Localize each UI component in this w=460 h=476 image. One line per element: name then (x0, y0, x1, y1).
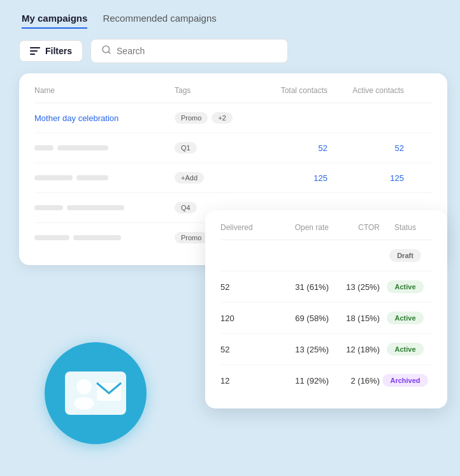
tags-cell: +Add (175, 172, 251, 184)
panel-row: Draft (220, 240, 432, 271)
table-row: Mother day celebration Promo +2 (34, 103, 432, 133)
status-cell: Active (380, 343, 431, 356)
tabs-container: My campaigns Recommended campaigns (19, 13, 447, 29)
add-tag[interactable]: +Add (175, 172, 204, 184)
skeleton-name (34, 235, 175, 240)
col-delivered: Delivered (220, 223, 271, 232)
col-total-contacts: Total contacts (251, 86, 327, 95)
skeleton-name (34, 145, 175, 150)
active-contacts-cell: 52 (327, 143, 404, 153)
search-input[interactable] (117, 46, 277, 56)
open-rate-cell: 69 (58%) (271, 314, 329, 323)
table-header: Name Tags Total contacts Active contacts (34, 86, 432, 103)
delivered-cell: 52 (220, 345, 271, 354)
open-rate-cell: 31 (61%) (271, 282, 329, 292)
table-row: Q1 52 52 (34, 133, 432, 163)
panel-row: 52 31 (61%) 13 (25%) Active (220, 271, 432, 303)
delivered-cell: 12 (220, 376, 271, 386)
svg-point-3 (76, 379, 92, 394)
status-badge: Active (387, 280, 423, 293)
tab-recommended-campaigns[interactable]: Recommended campaigns (103, 13, 216, 29)
panel-row: 120 69 (58%) 18 (15%) Active (220, 303, 432, 334)
ctor-cell: 13 (25%) (329, 282, 380, 292)
tab-my-campaigns[interactable]: My campaigns (22, 13, 87, 29)
open-rate-cell: 11 (92%) (271, 376, 329, 386)
open-rate-cell: 13 (25%) (271, 345, 329, 354)
svg-point-4 (74, 397, 94, 410)
stats-panel: Delivered Open rate CTOR Status Draft 52… (205, 210, 447, 408)
status-cell: Archived (380, 374, 431, 387)
ctor-cell: 2 (16%) (329, 376, 380, 386)
toolbar: Filters (19, 39, 447, 63)
panel-row: 52 13 (25%) 12 (18%) Active (220, 334, 432, 365)
search-box (90, 39, 288, 63)
status-cell: Draft (380, 249, 431, 262)
ctor-cell: 18 (15%) (329, 314, 380, 323)
delivered-cell: 120 (220, 314, 271, 323)
total-contacts-cell: 125 (251, 173, 327, 183)
col-status: Status (380, 223, 431, 232)
col-open-rate: Open rate (271, 223, 329, 232)
email-contact-icon (64, 370, 127, 416)
col-active-contacts: Active contacts (327, 86, 404, 95)
tag[interactable]: Q4 (175, 202, 197, 213)
col-ctor: CTOR (329, 223, 380, 232)
panel-header: Delivered Open rate CTOR Status (220, 223, 432, 240)
status-badge: Archived (382, 374, 428, 387)
campaign-name[interactable]: Mother day celebration (34, 113, 175, 123)
col-tags: Tags (175, 86, 251, 95)
table-row: +Add 125 125 (34, 163, 432, 193)
skeleton-name (34, 205, 175, 210)
col-name: Name (34, 86, 175, 95)
status-badge: Active (387, 312, 423, 324)
svg-line-1 (108, 52, 110, 54)
ctor-cell: 12 (18%) (329, 345, 380, 354)
status-badge: Draft (389, 249, 421, 262)
skeleton-name (34, 175, 175, 180)
filters-button[interactable]: Filters (19, 40, 83, 62)
delivered-cell: 52 (220, 282, 271, 292)
status-cell: Active (380, 312, 431, 324)
status-cell: Active (380, 280, 431, 293)
filter-icon (30, 47, 40, 55)
tag[interactable]: +2 (212, 112, 233, 124)
tags-cell: Promo +2 (175, 112, 251, 124)
total-contacts-cell: 52 (251, 143, 327, 153)
tag[interactable]: Q1 (175, 142, 197, 154)
search-icon (101, 45, 111, 57)
filters-label: Filters (45, 46, 72, 56)
tags-cell: Q1 (175, 142, 251, 154)
tag[interactable]: Promo (175, 112, 208, 124)
panel-row: 12 11 (92%) 2 (16%) Archived (220, 365, 432, 396)
active-contacts-cell: 125 (327, 173, 404, 183)
email-contact-circle (45, 342, 147, 444)
status-badge: Active (387, 343, 423, 356)
tag[interactable]: Promo (175, 232, 208, 243)
